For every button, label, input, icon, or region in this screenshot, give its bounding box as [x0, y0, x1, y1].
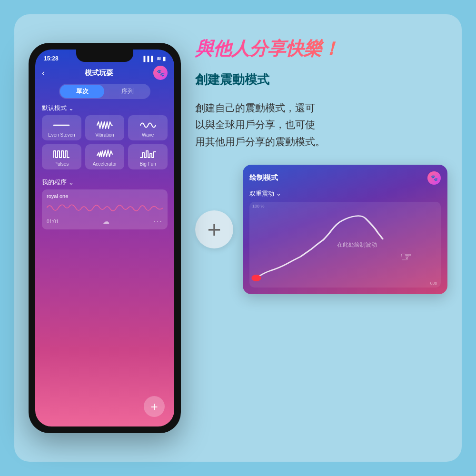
svg-point-1	[251, 275, 261, 281]
mode-grid: Even Steven Vibration	[35, 115, 174, 169]
pulses-icon	[53, 149, 70, 159]
draw-canvas[interactable]: 100 % 在此处绘制波动 ☞ 60s	[249, 202, 441, 288]
section-default-label: 默认模式 ⌄	[35, 99, 174, 115]
mode-card-vibration[interactable]: Vibration	[85, 115, 125, 140]
tab-sequence[interactable]: 序列	[105, 85, 149, 98]
draw-dropdown-label: 双重震动	[249, 189, 274, 198]
program-name: royal one	[47, 193, 163, 199]
accelerator-icon	[96, 149, 113, 159]
plus-circle[interactable]: +	[195, 210, 233, 248]
program-card[interactable]: royal one 01:01 ☁ ···	[42, 189, 168, 229]
phone-mockup: 15:28 ▌▌▌ ≋ ▮ ‹ 模式玩耍 🐾 單次 序列	[29, 43, 181, 433]
bottom-area: + 绘制模式 🐾 双重震动 ⌄ 100 %	[195, 165, 447, 294]
draw-card-header: 绘制模式 🐾	[249, 171, 441, 185]
subtitle: 創建震動模式	[195, 71, 447, 88]
mode-card-even-steven[interactable]: Even Steven	[42, 115, 81, 140]
draw-hint: 在此处绘制波动	[337, 240, 377, 248]
program-wave	[47, 201, 163, 215]
fab-button[interactable]: +	[144, 396, 165, 417]
tab-single[interactable]: 單次	[60, 85, 104, 98]
tab-bar: 單次 序列	[59, 84, 150, 99]
battery-icon: ▮	[163, 56, 166, 62]
mode-card-wave[interactable]: Wave	[128, 115, 168, 140]
vibration-icon	[96, 120, 113, 130]
main-title: 與他人分享快樂！	[195, 38, 447, 60]
wifi-icon: ≋	[157, 56, 161, 62]
mode-card-big-fun[interactable]: Big Fun	[128, 144, 168, 169]
header-icon[interactable]: 🐾	[153, 66, 168, 80]
even-steven-icon	[53, 120, 70, 130]
mode-name-big-fun: Big Fun	[139, 161, 156, 167]
mode-card-accelerator[interactable]: Accelerator	[85, 144, 125, 169]
status-time: 15:28	[44, 55, 59, 62]
mode-card-pulses[interactable]: Pulses	[42, 144, 81, 169]
phone-screen: 15:28 ▌▌▌ ≋ ▮ ‹ 模式玩耍 🐾 單次 序列	[35, 50, 174, 426]
phone-header: ‹ 模式玩耍 🐾	[35, 64, 174, 84]
cursor-icon: ☞	[400, 249, 412, 265]
outer-card: 15:28 ▌▌▌ ≋ ▮ ‹ 模式玩耍 🐾 單次 序列	[14, 14, 462, 462]
draw-card-title: 绘制模式	[249, 173, 278, 182]
chevron-down-icon: ⌄	[69, 105, 74, 112]
mode-name-accelerator: Accelerator	[93, 161, 117, 167]
more-icon[interactable]: ···	[154, 217, 163, 226]
draw-card-icon: 🐾	[427, 171, 441, 185]
program-time: 01:01	[47, 219, 59, 224]
status-icons: ▌▌▌ ≋ ▮	[144, 56, 166, 62]
program-meta: 01:01 ☁ ···	[47, 217, 163, 226]
draw-mode-card: 绘制模式 🐾 双重震动 ⌄ 100 %	[243, 165, 447, 294]
cloud-icon[interactable]: ☁	[103, 218, 109, 225]
x-label: 60s	[430, 281, 437, 286]
big-fun-icon	[139, 149, 157, 159]
my-programs-section: 我的程序 ⌄ royal one 01:01 ☁ ·	[35, 173, 174, 231]
mode-name-pulses: Pulses	[54, 161, 69, 167]
mode-name-wave: Wave	[142, 132, 154, 138]
phone-notch	[76, 50, 133, 62]
wave-icon	[139, 120, 157, 130]
chevron-down-icon-3: ⌄	[276, 190, 281, 197]
chevron-down-icon-2: ⌄	[69, 179, 74, 186]
phone-title: 模式玩耍	[85, 69, 113, 78]
right-panel: 與他人分享快樂！ 創建震動模式 創建自己的震動模式，還可以與全球用戶分享，也可使…	[195, 29, 447, 447]
draw-dropdown[interactable]: 双重震动 ⌄	[249, 189, 441, 198]
mode-name-vibration: Vibration	[95, 132, 114, 138]
signal-icon: ▌▌▌	[144, 56, 155, 61]
body-text: 創建自己的震動模式，還可以與全球用戶分享，也可使用其他用戶分享的震動模式。	[195, 99, 447, 150]
content-area: 15:28 ▌▌▌ ≋ ▮ ‹ 模式玩耍 🐾 單次 序列	[29, 29, 447, 447]
mode-name-even-steven: Even Steven	[48, 132, 75, 138]
section-my-label: 我的程序 ⌄	[42, 175, 168, 189]
back-button[interactable]: ‹	[42, 68, 45, 78]
